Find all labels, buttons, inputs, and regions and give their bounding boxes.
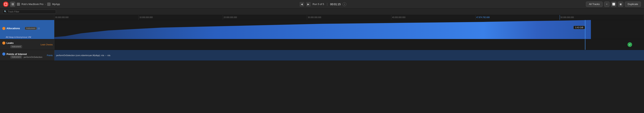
add-button[interactable]: + (604, 2, 610, 7)
filter-icon: 🔍 (4, 10, 7, 13)
app-icon (47, 3, 50, 6)
allocations-name-row: Allocations Instrument (0, 20, 54, 36)
timer-display: 00:01:15 (330, 3, 341, 6)
top-bar: Rob's MacBook Pro › MyApp ◀ ▶ Run 5 of 5… (0, 0, 644, 9)
points-background (54, 50, 644, 61)
ruler-mark-1: 10.000.000.000 (138, 15, 223, 20)
filter-bar: 🔍 (0, 9, 644, 15)
allocations-content: 3.43 GiB (54, 20, 644, 39)
leaks-checkmark: ✓ (628, 42, 632, 47)
app-name: MyApp (52, 3, 60, 6)
cursor-indicator (38, 28, 40, 29)
ruler-marks: 00.000.000.000 10.000.000.000 20.000.000… (54, 15, 644, 20)
filter-input-wrap: 🔍 (2, 10, 56, 14)
points-label-section: Points of Interest Instrument performOnS… (0, 50, 54, 61)
points-action-label: Points (47, 54, 53, 57)
divider: | (327, 3, 328, 6)
points-content-label: performOnSelection (com.robertmryan.MyAp… (55, 50, 112, 61)
ruler-mark-5: 47.874.782.608 (476, 15, 560, 20)
top-bar-left: Rob's MacBook Pro › MyApp (3, 2, 60, 7)
points-badge[interactable]: Instrument (10, 56, 22, 58)
points-name: Points of Interest (6, 53, 27, 56)
leaks-action-label: Leak Checks (40, 43, 53, 46)
allocations-track-row: Allocations Instrument All Heap & Anonym… (0, 20, 644, 39)
leaks-name: Leaks (6, 42, 14, 44)
leaks-label-section: Leaks Instrument Leak Checks (0, 39, 54, 50)
next-run-button[interactable]: ▶ (306, 2, 311, 7)
top-bar-right: All Tracks + ⬜ ▣ Duplicate (586, 2, 641, 7)
record-button[interactable] (3, 2, 8, 7)
ruler-mark-4: 40.000.000.000 (392, 15, 476, 20)
pause-icon (12, 3, 14, 5)
ruler-marks-list: 00.000.000.000 10.000.000.000 20.000.000… (54, 15, 644, 20)
points-sublabel: performOnSelection (24, 56, 42, 58)
leaks-playhead (585, 39, 585, 50)
pause-button[interactable] (10, 2, 15, 7)
ruler-mark-6: 50.000.000.000 (560, 15, 644, 20)
leaks-background (54, 39, 644, 50)
points-content: performOnSelection (com.robertmryan.MyAp… (54, 50, 644, 61)
leaks-badge[interactable]: Instrument (10, 45, 22, 48)
ruler-mark-2: 20.000.000.000 (223, 15, 307, 20)
device-icon (17, 3, 20, 6)
points-track-row: Points of Interest Instrument performOnS… (0, 50, 644, 61)
leaks-track-row: Leaks Instrument Leak Checks ✓ (0, 39, 644, 50)
points-dot (2, 52, 5, 56)
allocations-sublabel-text: All Heap & Anonymous VM (6, 36, 31, 38)
playhead-line (585, 20, 585, 39)
ruler-label-col (0, 15, 54, 20)
top-bar-center: ◀ ▶ Run 5 of 5 | 00:01:15 i (300, 2, 346, 7)
ruler-mark-0: 00.000.000.000 (54, 15, 138, 20)
window-button[interactable]: ⬜ (611, 2, 616, 7)
prev-run-button[interactable]: ◀ (300, 2, 304, 7)
leaks-dot (2, 42, 5, 45)
run-label: Run 5 of 5 (312, 3, 324, 6)
leaks-content: ✓ (54, 39, 644, 50)
timeline-ruler: 00.000.000.000 10.000.000.000 20.000.000… (0, 15, 644, 20)
info-button[interactable]: i (342, 2, 346, 6)
allocations-badge[interactable]: Instrument (25, 27, 36, 30)
allocations-name: Allocations (6, 27, 20, 30)
alloc-size-badge: 3.43 GiB (574, 26, 585, 29)
allocations-label-section: Allocations Instrument All Heap & Anonym… (0, 20, 54, 39)
ruler-mark-3: 30.000.000.000 (307, 15, 391, 20)
sidebar-button[interactable]: ▣ (618, 2, 623, 7)
allocations-sublabel: All Heap & Anonymous VM (0, 36, 54, 39)
all-tracks-button[interactable]: All Tracks (586, 2, 602, 7)
track-filter-input[interactable] (8, 10, 54, 13)
duplicate-button[interactable]: Duplicate (625, 2, 641, 7)
tracks-area: Allocations Instrument All Heap & Anonym… (0, 20, 644, 113)
device-name: Rob's MacBook Pro (22, 3, 43, 6)
allocations-dot (2, 27, 5, 30)
chevron-icon: › (45, 3, 46, 5)
